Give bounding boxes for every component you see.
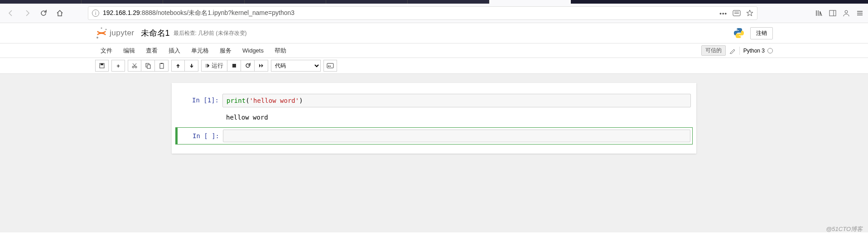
menu-help[interactable]: 帮助 xyxy=(269,44,292,58)
paste-button[interactable] xyxy=(155,60,169,72)
menu-insert[interactable]: 插入 xyxy=(163,44,186,58)
move-up-button[interactable] xyxy=(171,60,185,72)
home-button[interactable] xyxy=(53,7,66,19)
more-actions-icon[interactable]: ••• xyxy=(719,10,727,17)
browser-tab[interactable] xyxy=(408,0,489,4)
menu-icon[interactable] xyxy=(856,10,863,17)
browser-tab[interactable] xyxy=(82,0,163,4)
browser-tab[interactable] xyxy=(326,0,408,4)
run-button[interactable]: 运行 xyxy=(201,60,227,72)
logout-button[interactable]: 注销 xyxy=(750,27,773,39)
svg-point-6 xyxy=(101,28,102,29)
browser-toolbar: i 192.168.1.29:8888/notebooks/未命名1.ipynb… xyxy=(0,4,868,23)
menu-edit[interactable]: 编辑 xyxy=(118,44,140,58)
forward-button[interactable] xyxy=(21,7,34,19)
reload-button[interactable] xyxy=(37,7,50,19)
code-cell[interactable]: In [1]: print('hellow word') xyxy=(175,92,693,109)
output-cell: hellow word xyxy=(175,111,693,125)
browser-tab-strip xyxy=(0,0,868,4)
menu-widgets[interactable]: Widgets xyxy=(237,44,269,57)
menu-view[interactable]: 查看 xyxy=(140,44,163,58)
notebook: In [1]: print('hellow word') hellow word… xyxy=(172,83,696,154)
kernel-indicator[interactable]: Python 3 xyxy=(743,48,773,54)
logo-text: jupyter xyxy=(110,29,135,38)
notebook-container: In [1]: print('hellow word') hellow word… xyxy=(0,74,868,232)
svg-point-7 xyxy=(106,29,107,30)
library-icon[interactable] xyxy=(815,10,823,17)
browser-tab-active[interactable] xyxy=(489,0,571,4)
save-button[interactable] xyxy=(95,60,109,72)
move-down-button[interactable] xyxy=(185,60,198,72)
info-icon[interactable]: i xyxy=(92,10,99,17)
checkpoint-status: 最后检查: 几秒前 (未保存改变) xyxy=(174,29,247,37)
back-button[interactable] xyxy=(5,7,17,19)
svg-rect-16 xyxy=(147,65,150,68)
restart-button[interactable] xyxy=(241,60,255,72)
svg-point-9 xyxy=(737,29,738,30)
kernel-status-icon xyxy=(767,48,773,53)
jupyter-header: jupyter 未命名1 最后检查: 几秒前 (未保存改变) 注销 xyxy=(0,23,868,43)
account-icon[interactable] xyxy=(843,10,850,17)
python-logo-icon xyxy=(733,27,745,39)
svg-rect-17 xyxy=(160,63,164,68)
svg-point-10 xyxy=(740,36,741,37)
code-input[interactable] xyxy=(223,130,690,142)
sidebar-icon[interactable] xyxy=(829,10,836,17)
interrupt-button[interactable] xyxy=(227,60,241,72)
trusted-indicator[interactable]: 可信的 xyxy=(701,45,726,56)
edit-icon[interactable] xyxy=(729,48,736,54)
svg-rect-22 xyxy=(330,66,331,67)
input-prompt: In [1]: xyxy=(177,94,222,107)
svg-rect-1 xyxy=(734,12,739,12)
cut-button[interactable] xyxy=(128,60,141,72)
toolbar: + 运行 代 xyxy=(0,58,868,74)
svg-rect-19 xyxy=(232,64,236,67)
bookmark-star-icon[interactable] xyxy=(746,10,753,17)
svg-rect-3 xyxy=(829,10,836,16)
restart-run-all-button[interactable] xyxy=(255,60,268,72)
command-palette-button[interactable] xyxy=(323,60,337,72)
notebook-name[interactable]: 未命名1 xyxy=(141,28,170,39)
menu-bar: 文件 编辑 查看 插入 单元格 服务 Widgets 帮助 可信的 Python… xyxy=(0,43,868,58)
cell-output: hellow word xyxy=(222,111,691,124)
menu-kernel[interactable]: 服务 xyxy=(214,44,237,58)
url-bar[interactable]: i 192.168.1.29:8888/notebooks/未命名1.ipynb… xyxy=(88,6,757,20)
cell-type-select[interactable]: 代码 xyxy=(271,60,321,72)
add-cell-button[interactable]: + xyxy=(111,60,125,72)
copy-button[interactable] xyxy=(141,60,155,72)
code-input[interactable]: print('hellow word') xyxy=(222,94,691,107)
reader-icon[interactable] xyxy=(733,10,741,16)
code-cell-selected[interactable]: In [ ]: xyxy=(175,127,693,144)
svg-rect-2 xyxy=(734,13,739,14)
browser-tab[interactable] xyxy=(163,0,245,4)
browser-tab[interactable] xyxy=(245,0,326,4)
svg-rect-21 xyxy=(328,66,329,67)
svg-rect-18 xyxy=(161,63,163,64)
input-prompt: In [ ]: xyxy=(178,130,223,142)
output-prompt xyxy=(177,111,222,124)
svg-point-5 xyxy=(845,10,848,13)
watermark: @51CTO博客 xyxy=(826,225,863,232)
url-text: 192.168.1.29:8888/notebooks/未命名1.ipynb?k… xyxy=(103,9,294,17)
menu-cell[interactable]: 单元格 xyxy=(186,44,214,58)
browser-tab[interactable] xyxy=(0,0,82,4)
svg-point-8 xyxy=(96,37,98,39)
svg-rect-12 xyxy=(101,63,103,65)
jupyter-logo[interactable]: jupyter xyxy=(95,27,135,39)
menu-file[interactable]: 文件 xyxy=(95,44,118,58)
